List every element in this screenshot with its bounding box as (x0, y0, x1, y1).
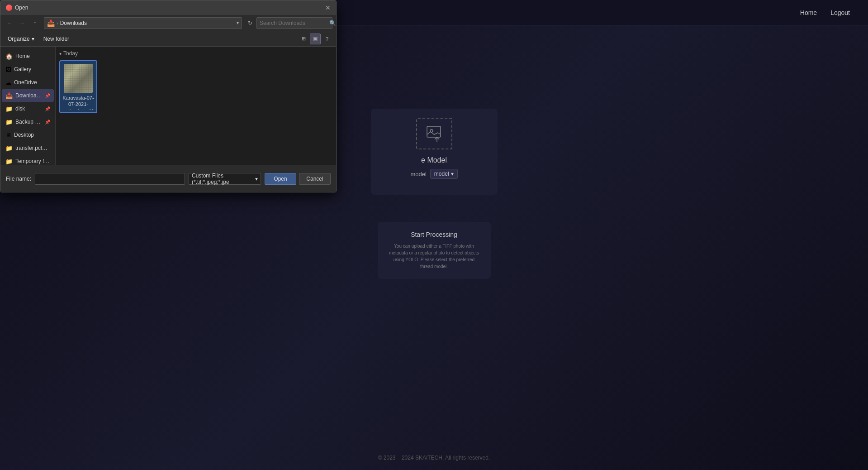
dialog-action-buttons: Open Cancel (265, 173, 331, 185)
sidebar-item-onedrive[interactable]: ☁ OneDrive (2, 76, 54, 89)
dialog-sidebar: 🏠 Home 🖼 Gallery ☁ OneDrive 📥 Downloads … (0, 47, 56, 165)
sidebar-backup-label: Backup DB a... (15, 119, 42, 125)
start-processing-card: Start Processing You can upload either a… (378, 222, 491, 279)
address-folder-icon: 📥 (47, 19, 55, 27)
home-icon: 🏠 (5, 53, 13, 60)
address-path-text: Downloads (60, 20, 235, 26)
sidebar-item-disk[interactable]: 📁 disk 📌 (2, 102, 54, 115)
file-thumbnail (64, 64, 93, 93)
dialog-close-button[interactable]: ✕ (323, 3, 332, 12)
sidebar-transfer-label: transfer.pcloud. (15, 145, 50, 151)
upload-icon-area (416, 118, 452, 149)
nav-home[interactable]: Home (800, 9, 817, 16)
upload-card: e Model model model ▾ (371, 109, 498, 195)
sidebar-disk-label: disk (15, 106, 42, 112)
model-dropdown[interactable]: model ▾ (430, 169, 458, 179)
today-label: Today (63, 50, 78, 57)
file-open-dialog: Open ✕ ← → ↑ 📥 › Downloads ▾ ↻ 🔍 Organiz… (0, 0, 337, 192)
view-tiles-button[interactable]: ▣ (310, 34, 321, 44)
filename-input[interactable] (35, 173, 185, 185)
web-footer: © 2023 – 2024 SKAITECH. All rights reser… (0, 455, 868, 461)
file-name-text: Karavasta-07-07-2021-orthophoto.tif (62, 95, 95, 110)
disk-folder-icon: 📁 (5, 106, 13, 112)
sidebar-item-backup[interactable]: 📁 Backup DB a... 📌 (2, 115, 54, 128)
sidebar-downloads-label: Downloads (15, 92, 42, 99)
dialog-titlebar: Open ✕ (0, 0, 336, 15)
section-chevron-icon: ▾ (59, 51, 62, 56)
tif-thumbnail-image (64, 64, 93, 93)
disk-pin-icon: 📌 (45, 106, 50, 111)
dialog-toolbar: ← → ↑ 📥 › Downloads ▾ ↻ 🔍 (0, 15, 336, 31)
organize-label: Organize (8, 36, 30, 42)
dialog-actionbar: Organize ▾ New folder ⊞ ▣ ? (0, 31, 336, 47)
address-separator: › (57, 20, 58, 26)
transfer-folder-icon: 📁 (5, 145, 13, 152)
model-label: model (410, 171, 426, 177)
sidebar-item-gallery[interactable]: 🖼 Gallery (2, 63, 54, 76)
filetype-chevron-icon: ▾ (255, 176, 258, 182)
sidebar-item-temporary[interactable]: 📁 Temporary files (2, 155, 54, 165)
sidebar-item-downloads[interactable]: 📥 Downloads 📌 (2, 89, 54, 102)
search-box[interactable]: 🔍 (256, 17, 332, 29)
organize-chevron-icon: ▾ (32, 36, 34, 42)
dialog-title-area: Open (6, 5, 28, 11)
filetype-select[interactable]: Custom Files (*.tif;*.jpeg;*.jpe ▾ (189, 173, 261, 185)
files-grid: Karavasta-07-07-2021-orthophoto.tif (59, 60, 332, 113)
filename-label: File name: (6, 176, 31, 182)
downloads-icon: 📥 (5, 92, 13, 99)
gallery-icon: 🖼 (5, 66, 11, 73)
today-section-header: ▾ Today (59, 50, 332, 57)
up-button[interactable]: ↑ (29, 18, 40, 29)
model-select: model model ▾ (410, 169, 457, 179)
filetype-label: Custom Files (*.tif;*.jpeg;*.jpe (192, 173, 255, 185)
dialog-title-text: Open (15, 5, 28, 11)
search-input[interactable] (260, 20, 327, 26)
dialog-bottom-bar: File name: Custom Files (*.tif;*.jpeg;*.… (0, 165, 336, 192)
backup-pin-icon: 📌 (45, 120, 50, 125)
refresh-button[interactable]: ↻ (246, 19, 255, 28)
sidebar-desktop-label: Desktop (14, 132, 50, 138)
organize-button[interactable]: Organize ▾ (4, 34, 38, 44)
view-help-button[interactable]: ? (322, 34, 332, 44)
cancel-button[interactable]: Cancel (299, 173, 331, 185)
forward-button[interactable]: → (17, 18, 28, 29)
open-button[interactable]: Open (265, 173, 296, 185)
sidebar-item-home[interactable]: 🏠 Home (2, 50, 54, 62)
web-nav: Home Logout (800, 9, 850, 16)
view-controls: ⊞ ▣ ? (298, 34, 332, 44)
temporary-folder-icon: 📁 (5, 158, 13, 165)
search-icon: 🔍 (329, 20, 336, 26)
nav-logout[interactable]: Logout (830, 9, 850, 16)
sidebar-onedrive-label: OneDrive (14, 79, 50, 86)
sidebar-item-transfer[interactable]: 📁 transfer.pcloud. (2, 142, 54, 154)
address-dropdown-btn[interactable]: ▾ (237, 20, 239, 25)
view-details-button[interactable]: ⊞ (298, 34, 309, 44)
pin-icon: 📌 (45, 93, 50, 98)
dialog-app-icon (6, 5, 12, 11)
backup-folder-icon: 📁 (5, 119, 13, 125)
upload-title: e Model (421, 156, 447, 164)
sidebar-home-label: Home (15, 53, 50, 59)
svg-rect-0 (427, 126, 441, 137)
file-item-tif[interactable]: Karavasta-07-07-2021-orthophoto.tif (59, 60, 97, 113)
sidebar-temporary-label: Temporary files (15, 158, 50, 164)
new-folder-label: New folder (43, 36, 69, 42)
back-button[interactable]: ← (4, 18, 15, 29)
sidebar-item-desktop[interactable]: 🖥 Desktop (2, 129, 54, 141)
start-processing-title: Start Processing (387, 231, 482, 238)
desktop-icon: 🖥 (5, 132, 11, 139)
new-folder-button[interactable]: New folder (40, 34, 73, 44)
sidebar-gallery-label: Gallery (14, 66, 50, 72)
address-bar[interactable]: 📥 › Downloads ▾ (44, 17, 242, 29)
dialog-main-area: 🏠 Home 🖼 Gallery ☁ OneDrive 📥 Downloads … (0, 47, 336, 165)
dialog-file-content[interactable]: ▾ Today Karavasta-07-07-2021-orthophoto.… (56, 47, 336, 165)
start-processing-desc: You can upload either a TIFF photo with … (387, 243, 482, 270)
onedrive-icon: ☁ (5, 79, 11, 86)
